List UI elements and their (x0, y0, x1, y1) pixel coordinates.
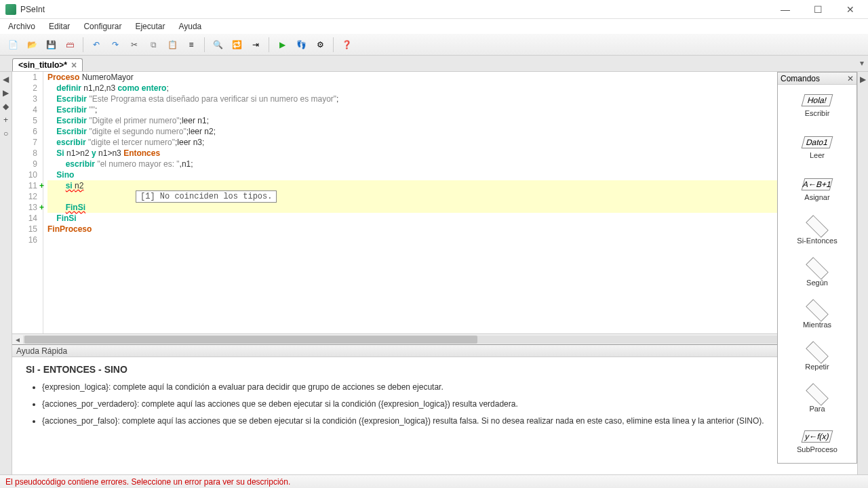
command-icon: A←B+1 (802, 178, 833, 190)
code-line[interactable]: Si n1>n2 y n1>n3 Entonces (47, 148, 857, 159)
menu-configurar[interactable]: Configurar (78, 20, 127, 33)
code-line[interactable]: Proceso NumeroMayor (47, 72, 857, 83)
command-según[interactable]: Según (778, 253, 856, 295)
command-label: Según (806, 279, 828, 287)
tab-sin-titulo[interactable]: <sin_titulo>* × (12, 58, 83, 71)
undo-button[interactable]: ↶ (87, 36, 105, 54)
command-icon (806, 383, 829, 406)
command-icon (806, 215, 829, 238)
indent-button[interactable]: ≡ (182, 36, 200, 54)
quick-help-panel: Ayuda Rápida ☐ ✕ SI - ENTONCES - SINO {e… (12, 344, 857, 474)
code-line[interactable]: Escribir "digite el segundo numero";leer… (47, 126, 857, 137)
command-label: Asignar (804, 193, 829, 201)
step-button[interactable]: 👣 (292, 36, 310, 54)
window-title: PSeInt (20, 5, 773, 14)
menu-bar: Archivo Editar Configurar Ejecutar Ayuda (0, 19, 868, 34)
menu-archivo[interactable]: Archivo (3, 20, 41, 33)
flowchart-button[interactable]: ⚙ (311, 36, 329, 54)
tab-close-icon[interactable]: × (71, 60, 77, 70)
code-line[interactable] (47, 235, 857, 245)
maximize-button[interactable]: ☐ (806, 3, 830, 16)
command-si-entonces[interactable]: Si-Entonces (778, 211, 856, 253)
copy-button[interactable]: ⧉ (144, 36, 162, 54)
command-label: Escribir (805, 109, 830, 117)
command-icon (806, 257, 829, 280)
goto-button[interactable]: ⇥ (247, 36, 264, 54)
status-bar: El pseudocódigo contiene errores. Selecc… (0, 474, 868, 488)
run-button[interactable]: ▶ (273, 36, 291, 54)
redo-button[interactable]: ↷ (106, 36, 124, 54)
tab-bar: <sin_titulo>* × ▾ (0, 56, 868, 72)
code-line[interactable]: escribir "el numero mayor es: ",n1; (47, 159, 857, 169)
command-label: Si-Entonces (797, 237, 837, 245)
tab-dropdown-icon[interactable]: ▾ (860, 58, 864, 68)
command-escribir[interactable]: Hola!Escribir (778, 85, 856, 127)
command-icon: y←f(x) (802, 430, 833, 443)
code-line[interactable]: Sino (47, 169, 857, 180)
open-file-button[interactable]: 📂 (23, 36, 41, 54)
minimize-button[interactable]: — (773, 3, 797, 16)
command-label: Para (809, 405, 825, 413)
help-item: {acciones_por_verdadero}: complete aquí … (42, 399, 844, 410)
command-icon: Dato1 (802, 136, 833, 148)
tab-label: <sin_titulo>* (18, 60, 67, 70)
title-bar: PSeInt — ☐ ✕ (0, 0, 868, 19)
command-label: Mientras (803, 321, 831, 329)
commands-title: Comandos (781, 74, 820, 83)
scroll-left-icon[interactable]: ◂ (12, 335, 23, 344)
app-icon (5, 4, 16, 15)
error-tooltip: [1] No coinciden los tipos. (136, 190, 277, 203)
menu-ayuda[interactable]: Ayuda (173, 20, 207, 33)
command-asignar[interactable]: A←B+1Asignar (778, 169, 856, 211)
command-mientras[interactable]: Mientras (778, 295, 856, 337)
commands-panel: Comandos ✕ Hola!EscribirDato1LeerA←B+1As… (777, 72, 857, 464)
help-title: SI - ENTONCES - SINO (26, 364, 844, 375)
scroll-thumb[interactable] (24, 336, 477, 344)
help-button[interactable]: ❓ (338, 36, 355, 54)
code-line[interactable]: Escribir "Este Programa esta diseñado pa… (47, 94, 857, 104)
line-gutter: 1234567891011+1213+141516 (12, 72, 43, 333)
code-line[interactable]: Escribir "Digite el primer numero";leer … (47, 115, 857, 126)
command-leer[interactable]: Dato1Leer (778, 127, 856, 169)
command-label: Repetir (805, 363, 829, 371)
code-line[interactable]: si n2 (47, 180, 857, 191)
help-panel-title: Ayuda Rápida (16, 346, 67, 356)
cut-button[interactable]: ✂ (125, 36, 143, 54)
help-item: {expresion_logica}: complete aquí la con… (42, 382, 844, 393)
code-line[interactable]: definir n1,n2,n3 como entero; (47, 83, 857, 94)
status-text: El pseudocódigo contiene errores. Selecc… (5, 477, 290, 487)
command-label: SubProceso (797, 445, 837, 453)
commands-close-icon[interactable]: ✕ (847, 74, 854, 83)
horizontal-scrollbar[interactable]: ◂ ▸ (12, 333, 857, 344)
new-file-button[interactable]: 📄 (4, 36, 22, 54)
code-line[interactable]: FinProceso (47, 224, 857, 235)
command-icon: Hola! (802, 94, 833, 106)
command-para[interactable]: Para (778, 379, 856, 421)
command-icon (806, 299, 829, 322)
menu-editar[interactable]: Editar (43, 20, 75, 33)
code-line[interactable]: FinSi (47, 213, 857, 224)
command-label: Leer (810, 151, 825, 159)
code-line[interactable]: Escribir ""; (47, 104, 857, 115)
code-editor[interactable]: 1234567891011+1213+141516 Proceso Numero… (12, 72, 857, 333)
code-line[interactable]: FinSi (47, 202, 857, 213)
code-content[interactable]: Proceso NumeroMayor definir n1,n2,n3 com… (43, 72, 857, 333)
paste-button[interactable]: 📋 (163, 36, 181, 54)
code-line[interactable]: escribir "digite el tercer numero";leer … (47, 137, 857, 148)
find-button[interactable]: 🔍 (209, 36, 226, 54)
replace-button[interactable]: 🔁 (228, 36, 245, 54)
right-sidebar[interactable]: ▶ (857, 72, 868, 474)
command-subproceso[interactable]: y←f(x)SubProceso (778, 421, 856, 463)
menu-ejecutar[interactable]: Ejecutar (130, 20, 170, 33)
toolbar: 📄 📂 💾 🗃 ↶ ↷ ✂ ⧉ 📋 ≡ 🔍 🔁 ⇥ ▶ 👣 ⚙ ❓ (0, 34, 868, 56)
help-item: {acciones_por_falso}: complete aquí las … (42, 415, 844, 427)
save-button[interactable]: 💾 (42, 36, 60, 54)
left-sidebar[interactable]: ◀ ▶ ◆ + ○ (0, 72, 12, 474)
command-repetir[interactable]: Repetir (778, 337, 856, 379)
save-all-button[interactable]: 🗃 (61, 36, 79, 54)
command-icon (806, 341, 829, 364)
close-button[interactable]: ✕ (838, 3, 863, 16)
